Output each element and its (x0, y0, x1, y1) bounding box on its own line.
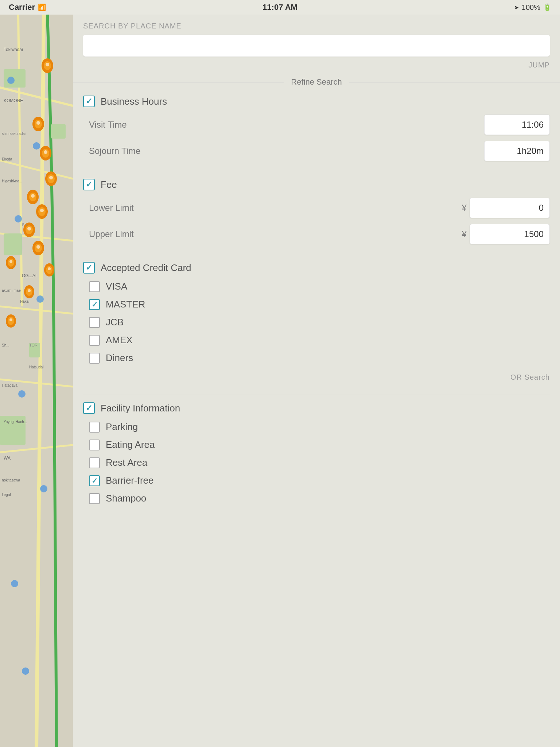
credit-card-header: Accepted Credit Card (83, 262, 550, 274)
master-label: MASTER (106, 299, 145, 310)
svg-point-42 (27, 227, 31, 231)
svg-point-17 (36, 295, 44, 303)
visit-time-input[interactable] (484, 115, 550, 135)
svg-text:Hatagaya: Hatagaya (2, 383, 18, 387)
svg-text:TOR: TOR (29, 343, 38, 347)
search-label: SEARCH BY PLACE NAME (83, 22, 550, 30)
upper-limit-row: Upper Limit ¥ (83, 224, 550, 244)
upper-limit-label: Upper Limit (89, 229, 134, 239)
credit-card-checkbox[interactable] (83, 262, 95, 274)
location-icon: ➤ (514, 4, 519, 11)
master-option: MASTER (89, 299, 550, 310)
shampoo-checkbox[interactable] (89, 493, 100, 504)
lower-limit-currency: ¥ (462, 203, 467, 213)
visa-option: VISA (89, 281, 550, 292)
svg-point-16 (15, 215, 22, 222)
svg-point-14 (7, 77, 15, 84)
status-time: 11:07 AM (262, 3, 298, 12)
battery-info: ➤ 100% 🔋 (514, 3, 551, 12)
barrier-free-checkbox[interactable] (89, 475, 100, 486)
visa-label: VISA (106, 281, 127, 292)
divider-right (349, 82, 560, 82)
svg-rect-9 (4, 69, 26, 88)
visit-time-row: Visit Time (83, 115, 550, 135)
or-search-row: OR Search (83, 370, 550, 387)
or-search-button[interactable]: OR Search (510, 373, 550, 382)
fee-checkbox[interactable] (83, 179, 95, 190)
lower-limit-label: Lower Limit (89, 203, 134, 213)
parking-item: Parking (89, 421, 550, 433)
fee-label: Fee (101, 179, 117, 190)
sojourn-time-label: Sojourn Time (89, 146, 140, 156)
diners-label: Diners (106, 352, 133, 364)
jump-row: JUMP (83, 57, 550, 72)
svg-point-20 (11, 580, 18, 587)
diners-option: Diners (89, 352, 550, 364)
facility-checkbox[interactable] (83, 402, 95, 414)
svg-text:Ekoda: Ekoda (2, 157, 12, 161)
divider-left (73, 82, 284, 82)
rest-area-label: Rest Area (106, 457, 147, 468)
business-hours-header: Business Hours (83, 96, 550, 107)
business-hours-checkbox[interactable] (83, 96, 95, 107)
eating-area-item: Eating Area (89, 439, 550, 450)
amex-option: AMEX (89, 334, 550, 346)
svg-text:Sh...: Sh... (22, 222, 30, 227)
rest-area-checkbox[interactable] (89, 457, 100, 468)
right-panel: SEARCH BY PLACE NAME JUMP Refine Search … (73, 15, 560, 747)
battery-percent: 100% (522, 3, 540, 12)
battery-icon: 🔋 (543, 3, 551, 11)
jcb-checkbox[interactable] (89, 317, 100, 328)
svg-text:OG...AI: OG...AI (22, 273, 36, 278)
svg-text:Hatsudai: Hatsudai (29, 365, 43, 369)
svg-point-54 (28, 289, 31, 292)
eating-area-checkbox[interactable] (89, 440, 100, 450)
business-hours-label: Business Hours (101, 96, 167, 107)
rest-area-item: Rest Area (89, 457, 550, 468)
carrier-label: Carrier (9, 3, 35, 12)
master-checkbox[interactable] (89, 299, 100, 310)
svg-point-57 (9, 318, 12, 321)
svg-rect-11 (4, 233, 22, 255)
sojourn-time-input[interactable] (484, 141, 550, 161)
svg-text:shin-sakuradai: shin-sakuradai (2, 132, 26, 136)
svg-point-30 (44, 150, 47, 154)
card-option-list: VISA MASTER JCB AMEX Diners (83, 281, 550, 364)
lower-limit-input[interactable] (470, 198, 550, 218)
search-section: SEARCH BY PLACE NAME JUMP (73, 15, 560, 76)
fee-header: Fee (83, 179, 550, 190)
svg-text:akushi-mae: akushi-mae (2, 289, 21, 293)
jcb-label: JCB (106, 317, 124, 328)
amex-checkbox[interactable] (89, 335, 100, 346)
svg-text:Tokiwadai: Tokiwadai (4, 47, 23, 52)
jump-button[interactable]: JUMP (529, 61, 550, 69)
svg-rect-10 (51, 124, 66, 139)
amex-label: AMEX (106, 334, 133, 346)
svg-point-51 (48, 267, 51, 270)
svg-point-39 (40, 209, 44, 212)
svg-text:Legal: Legal (2, 493, 11, 497)
search-input[interactable] (83, 35, 550, 57)
svg-point-21 (22, 667, 29, 675)
svg-point-33 (49, 176, 53, 179)
diners-checkbox[interactable] (89, 353, 100, 364)
section-divider (83, 395, 550, 395)
shampoo-item: Shampoo (89, 493, 550, 504)
jcb-option: JCB (89, 317, 550, 328)
lower-limit-input-group: ¥ (462, 198, 550, 218)
upper-limit-currency: ¥ (462, 229, 467, 239)
upper-limit-input-group: ¥ (462, 224, 550, 244)
svg-text:nokitazawa: nokitazawa (2, 478, 20, 482)
svg-point-19 (40, 485, 47, 492)
facility-list: Parking Eating Area Rest Area Barrier-fr… (83, 421, 550, 504)
parking-label: Parking (106, 421, 138, 433)
svg-text:Yoyogi Hach...: Yoyogi Hach... (4, 420, 27, 424)
barrier-free-item: Barrier-free (89, 475, 550, 486)
facility-header: Facility Information (83, 402, 550, 414)
facility-label: Facility Information (101, 403, 180, 414)
refine-content: Business Hours Visit Time Sojourn Time F… (73, 96, 560, 533)
svg-text:Higashi-na...: Higashi-na... (2, 179, 22, 183)
upper-limit-input[interactable] (470, 224, 550, 244)
parking-checkbox[interactable] (89, 422, 100, 433)
visa-checkbox[interactable] (89, 281, 100, 292)
